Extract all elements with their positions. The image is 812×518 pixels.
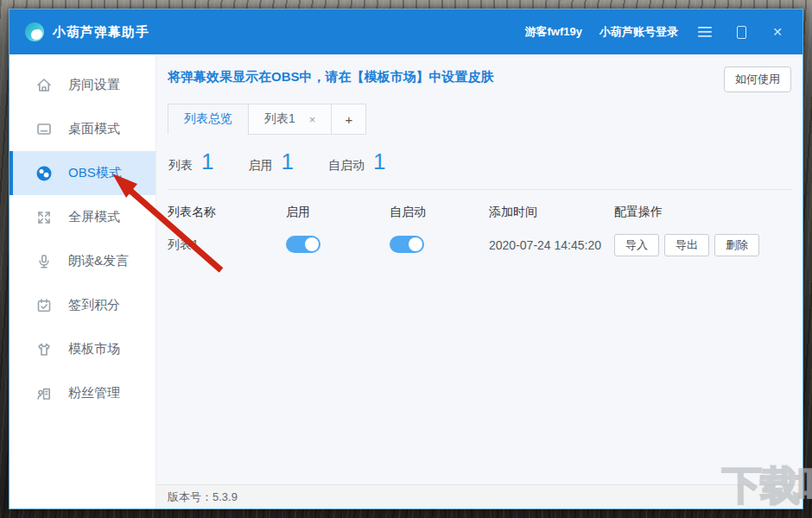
stat-enabled-count: 启用 1 (248, 148, 293, 175)
sidebar-item-label: 模板市场 (68, 341, 120, 357)
stat-label: 列表 (168, 158, 193, 174)
sidebar-item-fans-management[interactable]: 粉丝管理 (10, 371, 155, 415)
sidebar-item-label: 全屏模式 (68, 209, 120, 225)
main-content: 将弹幕效果显示在OBS中，请在【模板市场】中设置皮肤 如何使用 列表总览 列表1… (156, 54, 802, 509)
tshirt-icon (35, 341, 53, 358)
import-button[interactable]: 导入 (614, 234, 659, 256)
tab-label: 列表总览 (184, 111, 232, 127)
guest-username: 游客fwf19y (525, 24, 582, 40)
sidebar-item-template-market[interactable]: 模板市场 (10, 327, 155, 371)
sidebar-item-label: 粉丝管理 (68, 385, 120, 401)
autostart-toggle[interactable] (390, 236, 424, 253)
tab-list1[interactable]: 列表1 × (248, 104, 332, 135)
obs-icon (35, 165, 53, 182)
sidebar-item-label: 桌面模式 (68, 121, 120, 137)
col-header-name: 列表名称 (168, 205, 286, 220)
menu-icon[interactable] (695, 22, 714, 41)
tab-list-overview[interactable]: 列表总览 (168, 104, 249, 135)
list-name: 列表1 (168, 237, 286, 253)
sidebar-item-fullscreen-mode[interactable]: 全屏模式 (10, 195, 155, 239)
enable-toggle[interactable] (286, 236, 320, 253)
sidebar-item-obs-mode[interactable]: OBS模式 (10, 151, 155, 195)
stat-value: 1 (201, 148, 213, 175)
added-time: 2020-07-24 14:45:20 (489, 238, 614, 252)
titlebar: 小葫芦弹幕助手 游客fwf19y 小葫芦账号登录 ✕ (10, 9, 802, 54)
tab-close-icon[interactable]: × (309, 113, 316, 126)
sidebar-item-label: 签到积分 (68, 297, 120, 313)
sidebar-item-desktop-mode[interactable]: 桌面模式 (10, 107, 155, 151)
stats-row: 列表 1 启用 1 自启动 1 (168, 148, 802, 175)
table-row: 列表1 2020-07-24 14:45:20 导入 导出 删除 (156, 234, 802, 256)
minimize-icon[interactable] (732, 22, 751, 41)
sidebar-item-room-settings[interactable]: 房间设置 (10, 63, 155, 107)
close-icon[interactable]: ✕ (768, 22, 787, 41)
status-bar: 版本号：5.3.9 (156, 484, 802, 509)
tab-label: 列表1 (264, 111, 295, 127)
fans-icon (35, 385, 53, 402)
table-header: 列表名称 启用 自启动 添加时间 配置操作 (156, 205, 802, 220)
col-header-autostart: 自启动 (390, 205, 489, 220)
sidebar-item-label: 朗读&发言 (68, 253, 129, 269)
sidebar-item-tts-speech[interactable]: 朗读&发言 (10, 239, 155, 283)
checkin-calendar-icon (35, 297, 53, 314)
app-title: 小葫芦弹幕助手 (53, 24, 149, 41)
sidebar-item-checkin-points[interactable]: 签到积分 (10, 283, 155, 327)
desktop-icon (35, 121, 53, 138)
plus-icon: + (345, 112, 352, 127)
app-logo-icon (25, 22, 44, 41)
sidebar-item-label: OBS模式 (68, 165, 122, 181)
export-button[interactable]: 导出 (664, 234, 709, 256)
app-window: 小葫芦弹幕助手 游客fwf19y 小葫芦账号登录 ✕ 房间设置 (9, 9, 803, 509)
fullscreen-icon (35, 209, 53, 226)
account-login-link[interactable]: 小葫芦账号登录 (599, 24, 678, 40)
how-to-use-button[interactable]: 如何使用 (724, 66, 791, 92)
stat-label: 启用 (248, 158, 272, 174)
col-header-added-time: 添加时间 (489, 205, 614, 220)
col-header-enable: 启用 (286, 205, 390, 220)
stat-autostart-count: 自启动 1 (328, 148, 385, 175)
stat-label: 自启动 (328, 158, 365, 174)
microphone-icon (35, 253, 53, 270)
stat-value: 1 (281, 148, 293, 175)
stat-value: 1 (373, 148, 385, 175)
stat-list-count: 列表 1 (168, 148, 213, 175)
section-divider (168, 189, 792, 190)
sidebar: 房间设置 桌面模式 OBS模式 全屏模式 (10, 54, 156, 509)
col-header-actions: 配置操作 (614, 205, 792, 220)
sidebar-item-label: 房间设置 (68, 77, 120, 93)
obs-notice-text: 将弹幕效果显示在OBS中，请在【模板市场】中设置皮肤 (168, 66, 494, 85)
list-tabs: 列表总览 列表1 × + (168, 104, 802, 135)
add-tab-button[interactable]: + (331, 104, 366, 135)
version-label: 版本号：5.3.9 (168, 490, 238, 505)
home-icon (35, 77, 53, 94)
delete-button[interactable]: 删除 (714, 234, 759, 256)
